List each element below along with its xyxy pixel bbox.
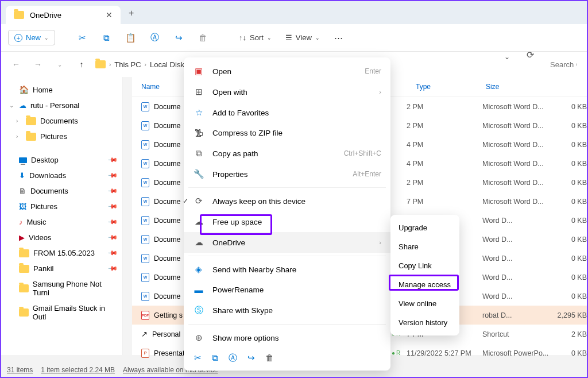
sidebar-home[interactable]: 🏠Home <box>3 82 120 98</box>
cut-icon[interactable]: ✂ <box>194 353 202 364</box>
word-icon: W <box>141 178 149 187</box>
ctx-label: Always keep on this device <box>212 197 305 206</box>
sidebar-label: Home <box>33 86 53 94</box>
folder-icon <box>19 308 29 317</box>
ctx-nearby-share[interactable]: ◈Send with Nearby Share <box>184 259 390 280</box>
sidebar-pictures[interactable]: ›Pictures <box>3 129 120 144</box>
sidebar-from[interactable]: FROM 15.05.2023📌 <box>3 245 120 261</box>
chevron-right-icon[interactable]: › <box>16 118 22 124</box>
sidebar-pankil[interactable]: Pankil📌 <box>3 261 120 276</box>
new-button[interactable]: + New ⌄ <box>8 30 55 45</box>
view-button[interactable]: ☰ View ⌄ <box>281 33 324 42</box>
submenu-version-history[interactable]: Version history <box>390 313 459 332</box>
sidebar-account[interactable]: ⌄☁rutu - Personal <box>3 98 120 113</box>
chevron-down-icon[interactable]: ⌄ <box>9 102 15 109</box>
delete-icon[interactable]: 🗑 <box>265 353 274 364</box>
sort-button[interactable]: ↑↓ Sort ⌄ <box>234 33 276 42</box>
word-icon: W <box>141 235 149 244</box>
sidebar-documents2[interactable]: 🗎Documents📌 <box>3 183 120 199</box>
share-icon[interactable]: ↪ <box>169 28 188 48</box>
paste-icon[interactable]: 📋 <box>121 28 140 48</box>
submenu-manage-access[interactable]: Manage access <box>390 275 459 294</box>
file-size: 0 KB <box>552 273 587 281</box>
file-name: Docume <box>154 141 181 149</box>
file-type: robat D... <box>482 311 552 319</box>
file-name: Docume <box>154 160 181 168</box>
sidebar-label: rutu - Personal <box>30 101 79 110</box>
ctx-label: Share with Skype <box>212 306 273 315</box>
sidebar-documents[interactable]: ›Documents <box>3 113 120 129</box>
shortcut: Ctrl+Shift+C <box>344 149 381 157</box>
copy-icon[interactable]: ⧉ <box>96 28 116 48</box>
refresh-icon[interactable]: ⟳ <box>521 49 539 60</box>
copy-icon[interactable]: ⧉ <box>212 353 218 364</box>
submenu-view-online[interactable]: View online <box>390 294 459 313</box>
sidebar-gmail[interactable]: Gmail Emails Stuck in Outl <box>3 300 120 325</box>
forward-button[interactable]: → <box>30 56 46 72</box>
folder-icon <box>26 133 36 141</box>
sidebar-scrollbar[interactable] <box>123 77 132 355</box>
sidebar-downloads[interactable]: ⬇Downloads📌 <box>3 168 120 183</box>
sidebar-pictures2[interactable]: 🖼Pictures📌 <box>3 199 120 214</box>
rename-icon[interactable]: Ⓐ <box>145 28 164 48</box>
rename-icon[interactable]: Ⓐ <box>229 353 237 364</box>
ctx-open[interactable]: ▣OpenEnter <box>184 61 390 82</box>
sidebar-label: Desktop <box>31 156 59 164</box>
separator <box>188 256 386 256</box>
sidebar-label: Downloads <box>29 171 66 180</box>
file-type: Word D... <box>482 292 552 300</box>
context-menu: ▣OpenEnter ⊞Open with› ☆Add to Favorites… <box>184 57 390 371</box>
back-button[interactable]: ← <box>8 56 24 72</box>
chevron-right-icon: › <box>145 61 146 68</box>
submenu-share[interactable]: Share <box>390 237 459 256</box>
sidebar-label: Pictures <box>40 132 67 141</box>
ctx-label: OneDrive <box>212 238 245 247</box>
ctx-favorites[interactable]: ☆Add to Favorites <box>184 102 390 123</box>
recent-button[interactable]: ⌄ <box>52 56 68 72</box>
word-icon: W <box>141 197 149 206</box>
ctx-skype[interactable]: ⓈShare with Skype <box>184 300 390 321</box>
more-icon[interactable]: ⋯ <box>329 28 349 48</box>
up-button[interactable]: ↑ <box>74 56 90 72</box>
sidebar-videos[interactable]: ▶Videos📌 <box>3 230 120 245</box>
file-size: 0 KB <box>552 160 587 168</box>
path-dropdown[interactable]: ⌄ <box>500 49 514 64</box>
ctx-always-keep[interactable]: ✓⟳Always keep on this device <box>184 191 390 211</box>
submenu-upgrade[interactable]: Upgrade <box>390 218 459 237</box>
ctx-free-space[interactable]: ☁Free up space <box>184 211 390 232</box>
sidebar-label: Pankil <box>33 264 53 273</box>
delete-icon[interactable]: 🗑 <box>193 28 212 48</box>
file-name: Docume <box>154 103 181 111</box>
shortcut-icon: ↗ <box>141 330 148 338</box>
sidebar-music[interactable]: ♪Music📌 <box>3 214 120 230</box>
file-type: Microsoft Word D... <box>482 141 552 149</box>
file-type: Microsoft Word D... <box>482 179 552 187</box>
file-date: 7 PM <box>407 198 482 206</box>
status-selected: 1 item selected 2.24 MB <box>41 366 115 374</box>
ctx-powerrename[interactable]: ▬PowerRename <box>184 280 390 300</box>
chevron-right-icon[interactable]: › <box>16 133 22 140</box>
ctx-onedrive[interactable]: ☁OneDrive› <box>184 232 390 253</box>
cut-icon[interactable]: ✂ <box>72 28 92 48</box>
ctx-copy-path[interactable]: ⧉Copy as pathCtrl+Shift+C <box>184 143 390 164</box>
chevron-down-icon: ⌄ <box>315 35 320 41</box>
col-size[interactable]: Size <box>486 83 587 91</box>
close-icon[interactable]: ✕ <box>106 10 113 20</box>
submenu-copylink[interactable]: Copy Link <box>390 256 459 275</box>
breadcrumb-this-pc[interactable]: This PC <box>114 60 141 69</box>
search-input[interactable] <box>547 57 580 72</box>
ctx-properties[interactable]: 🔧PropertiesAlt+Enter <box>184 164 390 184</box>
share-icon[interactable]: ↪ <box>247 353 255 364</box>
folder-icon <box>19 284 29 292</box>
sidebar-desktop[interactable]: Desktop📌 <box>3 152 120 168</box>
ctx-open-with[interactable]: ⊞Open with› <box>184 82 390 102</box>
col-type[interactable]: Type <box>416 83 486 91</box>
tab-onedrive[interactable]: OneDrive ✕ <box>6 6 121 24</box>
sidebar-samsung[interactable]: Samsung Phone Not Turni <box>3 276 120 300</box>
file-date: 2 PM <box>407 179 482 187</box>
ctx-zip[interactable]: 🗜Compress to ZIP file <box>184 123 390 143</box>
new-tab-button[interactable]: + <box>121 2 142 24</box>
word-icon: W <box>141 254 149 263</box>
document-icon: 🗎 <box>19 187 26 195</box>
ctx-show-more[interactable]: ⊕Show more options <box>184 327 390 348</box>
